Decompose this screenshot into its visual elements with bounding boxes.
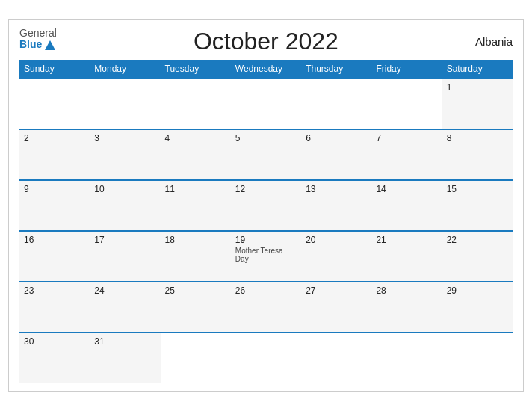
day-number: 6 <box>306 133 367 143</box>
calendar-day-cell: 12 <box>231 180 301 231</box>
day-number: 15 <box>447 184 508 194</box>
day-number: 11 <box>165 184 226 194</box>
calendar-day-cell: 20 <box>301 231 371 282</box>
calendar-day-cell: 15 <box>442 180 513 231</box>
day-number: 22 <box>447 235 508 245</box>
calendar-day-cell: 18 <box>161 231 231 282</box>
day-number: 7 <box>376 133 437 143</box>
calendar-day-cell <box>301 78 371 129</box>
calendar-day-cell: 13 <box>301 180 371 231</box>
calendar-day-cell <box>301 333 371 383</box>
calendar: General Blue October 2022 Albania Sunday… <box>8 19 524 392</box>
calendar-title: October 2022 <box>57 28 475 55</box>
calendar-day-cell: 9 <box>19 180 90 231</box>
day-number: 23 <box>24 285 85 296</box>
day-number: 25 <box>165 285 226 296</box>
weekday-header: Friday <box>371 60 442 78</box>
day-number: 1 <box>447 82 508 93</box>
day-number: 24 <box>94 285 155 296</box>
calendar-day-cell <box>19 78 90 129</box>
day-number: 26 <box>235 285 297 296</box>
calendar-week-row: 2345678 <box>19 129 513 180</box>
logo-blue-text: Blue <box>19 39 55 50</box>
calendar-body: 12345678910111213141516171819Mother Tere… <box>19 78 513 383</box>
day-number: 2 <box>24 133 85 143</box>
day-number: 31 <box>94 336 155 347</box>
calendar-day-cell: 27 <box>301 282 371 333</box>
calendar-week-row: 1 <box>19 78 513 129</box>
calendar-week-row: 16171819Mother Teresa Day202122 <box>19 231 513 282</box>
weekday-header: Tuesday <box>161 60 231 78</box>
calendar-day-cell <box>442 333 513 383</box>
day-number: 27 <box>306 285 367 296</box>
weekday-header: Thursday <box>301 60 371 78</box>
calendar-day-cell <box>371 333 442 383</box>
calendar-day-cell: 8 <box>442 129 513 180</box>
logo-triangle-icon <box>45 40 55 50</box>
day-number: 20 <box>306 235 367 245</box>
day-number: 18 <box>165 235 226 245</box>
calendar-day-cell: 23 <box>19 282 90 333</box>
calendar-header: General Blue October 2022 Albania <box>19 28 513 55</box>
calendar-day-cell <box>161 78 231 129</box>
calendar-day-cell: 25 <box>161 282 231 333</box>
day-number: 29 <box>447 285 508 296</box>
calendar-day-cell <box>231 78 301 129</box>
day-number: 9 <box>24 184 85 194</box>
calendar-week-row: 23242526272829 <box>19 282 513 333</box>
day-event-label: Mother Teresa Day <box>235 247 297 263</box>
calendar-day-cell: 19Mother Teresa Day <box>231 231 301 282</box>
day-number: 14 <box>376 184 437 194</box>
day-number: 10 <box>94 184 155 194</box>
calendar-day-cell <box>161 333 231 383</box>
day-number: 12 <box>235 184 297 194</box>
calendar-day-cell: 30 <box>19 333 90 383</box>
calendar-day-cell <box>90 78 160 129</box>
month-year-heading: October 2022 <box>57 28 475 55</box>
calendar-day-cell: 17 <box>90 231 160 282</box>
day-number: 17 <box>94 235 155 245</box>
day-number: 5 <box>235 133 297 143</box>
day-number: 21 <box>376 235 437 245</box>
weekday-header: Saturday <box>442 60 513 78</box>
calendar-weekdays-header: SundayMondayTuesdayWednesdayThursdayFrid… <box>19 60 513 78</box>
calendar-day-cell: 1 <box>442 78 513 129</box>
logo: General Blue <box>19 28 57 51</box>
calendar-day-cell: 24 <box>90 282 160 333</box>
calendar-day-cell: 29 <box>442 282 513 333</box>
calendar-day-cell: 31 <box>90 333 160 383</box>
calendar-day-cell: 2 <box>19 129 90 180</box>
day-number: 13 <box>306 184 367 194</box>
calendar-day-cell: 16 <box>19 231 90 282</box>
calendar-day-cell: 7 <box>371 129 442 180</box>
day-number: 4 <box>165 133 226 143</box>
calendar-day-cell: 11 <box>161 180 231 231</box>
calendar-day-cell <box>231 333 301 383</box>
calendar-day-cell: 4 <box>161 129 231 180</box>
calendar-day-cell: 5 <box>231 129 301 180</box>
calendar-grid: SundayMondayTuesdayWednesdayThursdayFrid… <box>19 60 513 383</box>
calendar-week-row: 9101112131415 <box>19 180 513 231</box>
calendar-day-cell <box>371 78 442 129</box>
calendar-week-row: 3031 <box>19 333 513 383</box>
logo-general-text: General <box>19 28 57 39</box>
day-number: 16 <box>24 235 85 245</box>
country-label: Albania <box>475 35 513 48</box>
calendar-day-cell: 10 <box>90 180 160 231</box>
calendar-day-cell: 6 <box>301 129 371 180</box>
calendar-day-cell: 22 <box>442 231 513 282</box>
weekday-header: Monday <box>90 60 160 78</box>
day-number: 3 <box>94 133 155 143</box>
calendar-day-cell: 3 <box>90 129 160 180</box>
weekday-header: Wednesday <box>231 60 301 78</box>
calendar-day-cell: 21 <box>371 231 442 282</box>
day-number: 19 <box>235 235 297 245</box>
calendar-day-cell: 28 <box>371 282 442 333</box>
calendar-day-cell: 14 <box>371 180 442 231</box>
weekday-header: Sunday <box>19 60 90 78</box>
day-number: 8 <box>447 133 508 143</box>
day-number: 28 <box>376 285 437 296</box>
calendar-day-cell: 26 <box>231 282 301 333</box>
day-number: 30 <box>24 336 85 347</box>
